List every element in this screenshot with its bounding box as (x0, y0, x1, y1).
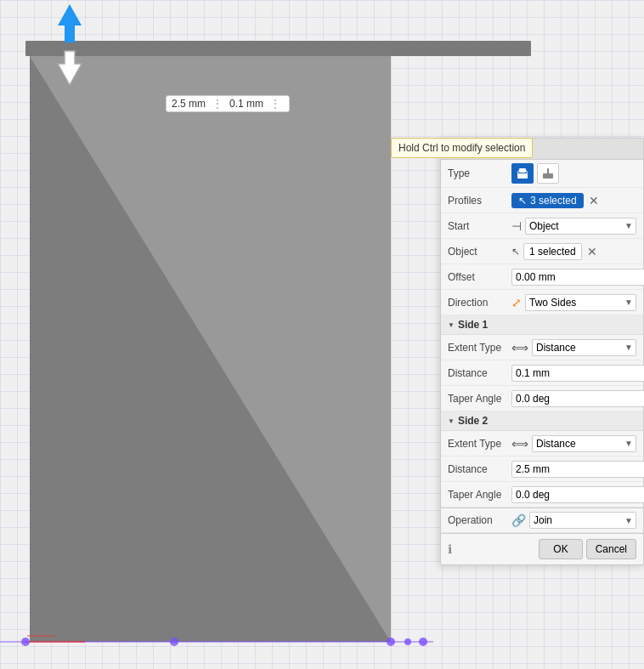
side1-distance-row: Distance (441, 360, 643, 386)
operation-icon: 🔗 (511, 513, 526, 527)
side1-distance-label: Distance (448, 367, 511, 379)
profiles-clear-button[interactable]: ✕ (587, 194, 601, 207)
svg-point-9 (170, 638, 178, 646)
side2-taper-value (511, 486, 644, 503)
side2-extent-row: Extent Type ⟺ Distance ▼ (441, 431, 643, 456)
profiles-label: Profiles (448, 195, 511, 207)
object-label: Object (448, 246, 511, 258)
ok-button[interactable]: OK (539, 539, 582, 559)
side1-extent-select-wrapper: Distance ▼ (532, 339, 636, 356)
start-row: Start ⊣ Object ▼ (441, 213, 643, 239)
profiles-badge[interactable]: ↖ 3 selected (511, 193, 584, 208)
start-label: Start (448, 220, 511, 232)
dim-separator2: ⋮ (270, 98, 280, 110)
object-value: ↖ 1 selected ✕ (511, 243, 636, 260)
svg-rect-0 (25, 41, 531, 56)
object-clear-button[interactable]: ✕ (585, 245, 599, 258)
dim-separator: ⋮ (212, 98, 223, 110)
side2-distance-value (511, 461, 644, 478)
side2-extent-label: Extent Type (448, 438, 511, 450)
side2-extent-select[interactable]: Distance (532, 435, 636, 452)
canvas-area: 2.5 mm ⋮ 0.1 mm ⋮ Hold Ctrl to modify se… (0, 0, 644, 669)
side1-extent-label: Extent Type (448, 342, 511, 354)
side2-taper-row: Taper Angle (441, 482, 643, 507)
dimension-label: 2.5 mm ⋮ 0.1 mm ⋮ (166, 95, 290, 112)
side1-label: Side 1 (458, 319, 488, 331)
svg-marker-3 (30, 56, 391, 642)
type-label: Type (448, 167, 511, 179)
side1-taper-value (511, 390, 644, 407)
cancel-button[interactable]: Cancel (586, 539, 636, 559)
profiles-badge-text: 3 selected (530, 195, 577, 207)
direction-select[interactable]: Two Sides (525, 294, 636, 311)
side1-taper-row: Taper Angle (441, 386, 643, 411)
side1-section-header: ▼ Side 1 (441, 315, 643, 335)
profiles-row: Profiles ↖ 3 selected ✕ (441, 188, 643, 213)
type-value (511, 163, 636, 184)
side1-distance-input[interactable] (511, 365, 644, 382)
direction-label: Direction (448, 297, 511, 309)
profiles-value: ↖ 3 selected ✕ (511, 193, 636, 208)
edit-panel: − EDIT FEAT Type (440, 138, 644, 565)
start-value: ⊣ Object ▼ (511, 218, 636, 235)
operation-row: Operation 🔗 Join ▼ (441, 507, 643, 533)
svg-point-10 (387, 638, 395, 646)
svg-marker-1 (30, 56, 391, 642)
operation-value: 🔗 Join ▼ (511, 512, 636, 529)
side2-distance-row: Distance (441, 456, 643, 482)
side2-distance-label: Distance (448, 463, 511, 475)
side2-taper-label: Taper Angle (448, 489, 511, 501)
svg-line-16 (517, 170, 519, 173)
svg-point-12 (419, 638, 427, 646)
tooltip-text: Hold Ctrl to modify selection (398, 142, 525, 154)
direction-value: ⤢ Two Sides ▼ (511, 294, 636, 311)
svg-rect-18 (543, 173, 553, 179)
svg-point-8 (21, 638, 30, 646)
svg-rect-14 (517, 173, 528, 179)
tooltip-bar: Hold Ctrl to modify selection (391, 138, 533, 158)
start-select[interactable]: Object (525, 218, 636, 235)
side2-section-header: ▼ Side 2 (441, 411, 643, 431)
type-row: Type (441, 160, 643, 188)
side2-collapse-icon[interactable]: ▼ (448, 417, 455, 425)
operation-select-wrapper: Join ▼ (529, 512, 636, 529)
side2-distance-input[interactable] (511, 461, 644, 478)
svg-marker-5 (58, 51, 82, 85)
direction-row: Direction ⤢ Two Sides ▼ (441, 290, 643, 315)
offset-input[interactable] (511, 269, 644, 286)
svg-point-11 (404, 638, 411, 645)
side1-extent-icon: ⟺ (511, 341, 528, 354)
dim1-value: 2.5 mm (172, 98, 206, 110)
svg-rect-15 (519, 168, 526, 173)
side2-extent-icon: ⟺ (511, 437, 528, 451)
type-icon-1[interactable] (511, 163, 534, 184)
offset-value (511, 269, 644, 286)
start-icon: ⊣ (511, 219, 522, 233)
side2-label: Side 2 (458, 415, 488, 427)
side2-taper-input[interactable] (511, 486, 644, 503)
cursor-icon: ↖ (518, 195, 527, 207)
start-select-wrapper: Object ▼ (525, 218, 636, 235)
svg-marker-2 (30, 56, 391, 642)
svg-line-17 (526, 170, 528, 173)
panel-footer: ℹ OK Cancel (441, 533, 643, 564)
object-row: Object ↖ 1 selected ✕ (441, 239, 643, 264)
side1-extent-value: ⟺ Distance ▼ (511, 339, 636, 356)
info-icon: ℹ (448, 542, 452, 556)
object-cursor-icon: ↖ (511, 246, 520, 258)
svg-marker-4 (58, 4, 82, 43)
side1-distance-value (511, 365, 644, 382)
operation-select[interactable]: Join (529, 512, 636, 529)
side1-extent-select[interactable]: Distance (532, 339, 636, 356)
offset-label: Offset (448, 271, 511, 283)
type-icon-2[interactable] (537, 163, 559, 184)
offset-row: Offset (441, 264, 643, 290)
side1-collapse-icon[interactable]: ▼ (448, 321, 455, 329)
side1-taper-label: Taper Angle (448, 393, 511, 405)
operation-label: Operation (448, 514, 511, 526)
side1-extent-row: Extent Type ⟺ Distance ▼ (441, 335, 643, 360)
direction-icon: ⤢ (511, 296, 522, 309)
side2-extent-value: ⟺ Distance ▼ (511, 435, 636, 452)
side1-taper-input[interactable] (511, 390, 644, 407)
object-badge-text: 1 selected (523, 243, 582, 260)
